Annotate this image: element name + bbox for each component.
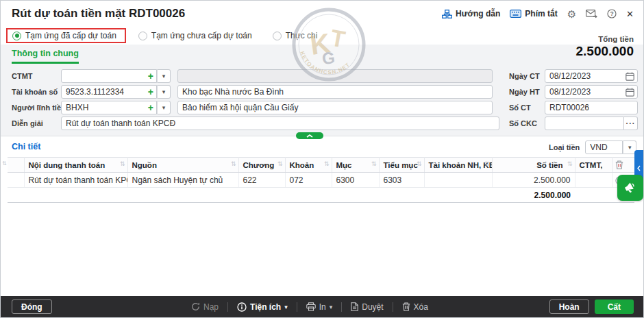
detail-section-title: Chi tiết — [12, 142, 40, 151]
grid-corner-icon: ⇅ — [2, 160, 7, 167]
header-clause[interactable]: Khoản⇅ — [285, 158, 332, 173]
feedback-badge[interactable] — [617, 175, 643, 201]
account-label: Tài khoản số — [12, 88, 61, 96]
svg-text:?: ? — [610, 10, 613, 17]
print-button[interactable]: In ▾ — [306, 302, 333, 312]
info-circle-icon — [237, 302, 247, 312]
save-button[interactable]: Cất — [595, 299, 634, 314]
utilities-button[interactable]: Tiện ích ▾ — [237, 302, 288, 312]
cell-ctmt[interactable] — [575, 173, 612, 188]
footer-actions: Nạp Tiện ích ▾ — [191, 302, 428, 312]
window-header: Rút dự toán tiền mặt RDT00026 Hướng dẫn — [1, 1, 643, 27]
header-bank-account[interactable]: Tài khoản NH, KB⇅ — [424, 158, 492, 173]
header-chapter[interactable]: Chương⇅ — [238, 158, 285, 173]
cell-item[interactable]: 6300 — [332, 173, 379, 188]
payee-input[interactable] — [66, 103, 148, 112]
document-icon — [351, 302, 358, 311]
doc-date-input[interactable] — [545, 69, 638, 83]
shortcuts-label: Phím tắt — [525, 9, 557, 19]
radio-tam-ung-chua-cap[interactable]: Tạm ứng chưa cấp dự toán — [138, 31, 252, 40]
close-window-button[interactable]: Đóng — [12, 299, 52, 314]
header-ctmt[interactable]: CTMT, — [575, 158, 612, 173]
ckc-no-input[interactable] — [545, 117, 624, 130]
trash-icon — [402, 302, 410, 311]
sort-icon: ⇅ — [324, 160, 330, 167]
chevron-up-icon — [306, 134, 313, 138]
ckc-lookup-button[interactable]: ··· — [624, 117, 638, 130]
account-dropdown-button[interactable]: ▾ — [157, 85, 171, 99]
cell-content[interactable]: Rút dự toán thanh toán KPCĐ — [24, 173, 127, 188]
payee-description-field — [177, 101, 493, 114]
settings-button[interactable]: ⚙ — [567, 9, 576, 19]
ctmt-combo-box: + — [61, 69, 157, 83]
form-row-doc-date: Ngày CT — [509, 69, 638, 83]
ctmt-label: CTMT — [12, 72, 61, 80]
collapse-form-button[interactable] — [296, 132, 323, 139]
cell-source[interactable]: Ngân sách Huyện tự chủ — [127, 173, 238, 188]
chevron-left-icon — [637, 165, 641, 171]
shortcuts-button[interactable]: Phím tắt — [510, 9, 557, 19]
account-combo: + ▾ — [61, 85, 171, 99]
header-sub-item[interactable]: Tiểu mục⇅ — [379, 158, 424, 173]
payment-mode-group: Tạm ứng đã cấp dự toán Tạm ứng chưa cấp … — [1, 27, 643, 45]
sort-icon: ⇅ — [567, 160, 573, 167]
cell-sub-item[interactable]: 6303 — [379, 173, 424, 188]
footer-primary-actions: Hoàn Cất — [549, 299, 634, 314]
radio-thuc-chi[interactable]: Thực chi — [273, 31, 318, 40]
sort-icon: ⇅ — [277, 160, 283, 167]
add-payee-icon[interactable]: + — [148, 103, 153, 112]
form-row-memo: Diễn giải — [12, 117, 499, 130]
chevron-down-icon: ▾ — [162, 89, 166, 95]
memo-input[interactable] — [61, 117, 499, 130]
payee-dropdown-button[interactable]: ▾ — [157, 101, 171, 114]
header-amount[interactable]: Số tiền⇅ — [492, 158, 575, 173]
approve-button[interactable]: Duyệt — [351, 302, 383, 312]
close-button[interactable]: ✕ — [626, 10, 634, 19]
calendar-icon[interactable] — [626, 71, 634, 84]
header-row-selector[interactable] — [8, 158, 24, 173]
cell-clause[interactable]: 072 — [285, 173, 332, 188]
row-selector-cell[interactable] — [8, 173, 24, 188]
cell-chapter[interactable]: 622 — [238, 173, 285, 188]
add-account-icon[interactable]: + — [148, 87, 153, 97]
post-date-input[interactable] — [545, 85, 638, 99]
delete-button[interactable]: Xóa — [402, 302, 428, 312]
calendar-icon[interactable] — [626, 87, 634, 99]
divider — [297, 302, 297, 312]
tab-general-info[interactable]: Thông tin chung — [12, 49, 79, 64]
cell-amount[interactable]: 2.500.000 — [492, 173, 575, 188]
currency-combo[interactable]: VND ▾ — [585, 140, 636, 154]
header-source[interactable]: Nguồn⇅ — [127, 158, 238, 173]
ctmt-input[interactable] — [66, 71, 148, 81]
currency-value: VND — [585, 140, 623, 154]
radio-tam-ung-da-cap[interactable]: Tạm ứng đã cấp dự toán — [12, 31, 116, 40]
header-actions: Hướng dẫn Phím tắt ⚙ — [442, 9, 634, 19]
reload-button[interactable]: Nạp — [191, 302, 219, 312]
header-item[interactable]: Mục⇅ — [332, 158, 379, 173]
sitemap-icon — [442, 10, 452, 19]
cell-bank-account[interactable] — [424, 173, 492, 188]
form-row-ckc-no: Số CKC ··· — [509, 117, 638, 130]
send-feedback-button[interactable] — [586, 9, 597, 19]
guide-button[interactable]: Hướng dẫn — [442, 9, 500, 19]
payee-combo: + ▾ — [61, 101, 171, 114]
header-content[interactable]: Nội dung thanh toán⇅ — [24, 158, 127, 173]
help-button[interactable]: ? — [607, 9, 617, 19]
form-row-ctmt: CTMT + ▾ — [12, 69, 493, 83]
account-input[interactable] — [66, 87, 148, 97]
highlight-red-box: Tạm ứng đã cấp dự toán — [6, 28, 126, 43]
header-delete-column[interactable] — [612, 158, 634, 173]
utilities-label: Tiện ích — [250, 302, 281, 312]
ckc-no-label: Số CKC — [509, 119, 545, 127]
divider — [341, 302, 342, 312]
refresh-icon — [191, 302, 200, 311]
undo-button[interactable]: Hoàn — [549, 299, 589, 314]
add-ctmt-icon[interactable]: + — [148, 71, 153, 81]
post-date-box — [545, 85, 638, 99]
table-total-row: 2.500.000 — [8, 188, 634, 203]
ctmt-dropdown-button[interactable]: ▾ — [157, 69, 171, 83]
doc-no-input[interactable] — [545, 101, 638, 114]
ckc-box: ··· — [545, 117, 638, 130]
close-icon: ✕ — [626, 10, 634, 19]
cash-withdrawal-voucher-window: K T G KETOANHCSN.NET Rút dự toán tiền mặ… — [0, 0, 644, 318]
